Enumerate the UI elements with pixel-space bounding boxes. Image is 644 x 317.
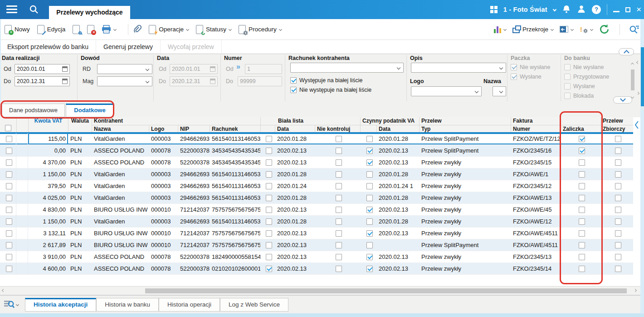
checkbox[interactable]	[579, 207, 585, 213]
checkbox[interactable]	[579, 136, 585, 142]
checkbox[interactable]	[366, 148, 373, 154]
menu-icon[interactable]	[6, 5, 17, 14]
cell-zaliczka-checkbox[interactable]	[561, 239, 600, 251]
cell-czynny-podatnik-data[interactable]: 2020.02.13	[376, 157, 419, 168]
cell-czynny-podatnik-data[interactable]: 2020.02.13	[376, 228, 419, 239]
row-select-cell[interactable]	[0, 263, 16, 274]
cell-nie-kontroluj-checkbox[interactable]	[315, 168, 360, 180]
cell-rachunek[interactable]: 757575675675675	[210, 239, 260, 251]
cell-waluta[interactable]: PLN	[68, 180, 92, 192]
checkbox[interactable]	[615, 171, 621, 178]
cell-waluta[interactable]: PLN	[68, 239, 92, 251]
table-row[interactable]: 3 910,00 PLN ASSECO POLAND 000078 522000…	[0, 251, 633, 263]
cell-nazwa[interactable]: BIURO USŁUG INW	[92, 228, 149, 239]
cell-nazwa[interactable]: VitalGarden	[92, 133, 149, 144]
row-select-cell[interactable]	[0, 204, 16, 215]
cell-biala-lista-checkbox[interactable]	[260, 133, 275, 144]
checkbox[interactable]	[579, 218, 585, 225]
scrollbar-thumb[interactable]	[145, 288, 627, 293]
row-select-cell[interactable]	[0, 192, 16, 203]
cell-zbiorczy-checkbox[interactable]	[600, 216, 633, 227]
cell-faktura-numer[interactable]: FZKO/AWE/12	[511, 216, 561, 227]
cell-waluta[interactable]: PLN	[68, 192, 92, 203]
print-button[interactable]	[102, 25, 116, 34]
cell-logo[interactable]: 000003	[149, 192, 178, 203]
cell-rachunek[interactable]: 757575675675675	[210, 228, 260, 239]
column-header-kwota-vat[interactable]: Kwota VAT	[28, 117, 68, 132]
row-checkbox[interactable]	[6, 195, 12, 201]
row-checkbox[interactable]	[6, 159, 12, 166]
checkbox[interactable]	[266, 266, 272, 272]
checkbox[interactable]	[266, 254, 272, 260]
cell-zbiorczy-checkbox[interactable]	[600, 192, 633, 203]
cell-kwota-vat[interactable]: 3 910,00	[28, 251, 68, 263]
scroll-left-icon[interactable]	[2, 289, 5, 292]
row-checkbox[interactable]	[6, 207, 12, 213]
cell-nip[interactable]: 7121420377	[178, 239, 210, 251]
cell-zbiorczy-checkbox[interactable]	[600, 204, 633, 215]
row-select-cell[interactable]	[0, 157, 16, 168]
cell-nip[interactable]: 2946626938	[178, 133, 210, 144]
cell-nip[interactable]: 2946626938	[178, 168, 210, 180]
notifications-bell-icon[interactable]	[562, 5, 571, 15]
checkbox[interactable]	[366, 159, 373, 166]
cell-zaliczka-checkbox[interactable]	[561, 251, 600, 263]
cell-biala-lista-checkbox[interactable]	[260, 263, 275, 274]
cell-czynny-podatnik-checkbox[interactable]	[360, 263, 376, 274]
cell-biala-lista-data[interactable]: 2020.02.13	[275, 204, 315, 215]
checkbox[interactable]	[579, 148, 585, 154]
checkbox[interactable]	[366, 254, 373, 260]
cell-kwota-vat[interactable]: 4 370,00	[28, 157, 68, 168]
checkbox[interactable]	[336, 159, 342, 166]
cell-biala-lista-data[interactable]: 2020.01.28	[275, 192, 315, 203]
checkbox[interactable]	[366, 218, 373, 225]
cell-czynny-podatnik-checkbox[interactable]	[360, 133, 376, 144]
cell-nie-kontroluj-checkbox[interactable]	[315, 133, 360, 144]
search-filter-button[interactable]	[629, 25, 639, 34]
calendar-icon[interactable]	[62, 66, 68, 72]
cell-biala-lista-checkbox[interactable]	[260, 228, 275, 239]
cell-biala-lista-data[interactable]: 2020.01.28	[275, 168, 315, 180]
table-row[interactable]: 4 600,00 PLN ASSECO POLAND 000078 522000…	[0, 263, 633, 275]
filter-scrollbar[interactable]	[630, 63, 635, 101]
cell-waluta[interactable]: PLN	[68, 157, 92, 168]
cell-logo[interactable]: 000010	[149, 204, 178, 215]
mag-dropdown[interactable]	[97, 76, 152, 86]
checkbox-biala-lista[interactable]	[290, 77, 297, 84]
checkbox[interactable]	[266, 242, 272, 248]
row-select-cell[interactable]	[0, 216, 16, 227]
cell-czynny-podatnik-data[interactable]: 2020.02.13	[376, 263, 419, 274]
row-checkbox[interactable]	[6, 171, 12, 178]
side-panel-button[interactable]	[560, 26, 573, 33]
checkbox[interactable]	[266, 148, 272, 154]
checkbox[interactable]	[266, 171, 272, 178]
company-selector[interactable]: 1 - Foto Świat	[503, 6, 547, 13]
checkbox[interactable]	[266, 218, 272, 225]
checkbox[interactable]	[366, 242, 373, 248]
date-from-input[interactable]: 2020.01.01	[15, 64, 70, 74]
table-row[interactable]: 0,00 PLN ASSECO POLAND 000078 5220003782…	[0, 145, 633, 157]
row-checkbox[interactable]	[6, 183, 12, 189]
tab-log-z-web-service[interactable]: Log z Web Service	[220, 298, 288, 312]
cell-nip[interactable]: 5220003782	[178, 251, 210, 263]
cell-logo[interactable]: 000003	[149, 168, 178, 180]
chevron-down-icon[interactable]	[16, 303, 19, 306]
checkbox[interactable]	[266, 230, 272, 237]
company-chevron-down-icon[interactable]	[553, 8, 556, 11]
scroll-left-icon[interactable]	[636, 61, 639, 64]
column-header-typ[interactable]: Typ	[419, 125, 511, 132]
cell-biala-lista-checkbox[interactable]	[260, 145, 275, 156]
column-header-zaliczka[interactable]: Zaliczka	[561, 125, 600, 132]
operations-menu[interactable]: Operacje	[149, 25, 189, 34]
checkbox-nie-biala-lista[interactable]	[290, 87, 297, 93]
cell-kwota-vat[interactable]: 0,00	[28, 145, 68, 156]
checkbox[interactable]	[336, 207, 342, 213]
cell-zaliczka-checkbox[interactable]	[561, 157, 600, 168]
greater-than-icon[interactable]: »	[236, 63, 240, 71]
row-checkbox[interactable]	[6, 254, 12, 260]
cell-typ[interactable]: Przelew SplitPayment	[419, 239, 511, 251]
minimize-button[interactable]	[613, 11, 620, 12]
scroll-up-icon[interactable]	[631, 63, 634, 66]
cell-nip[interactable]: 7121420377	[178, 204, 210, 215]
cell-biala-lista-data[interactable]: 2020.01.24	[275, 180, 315, 192]
